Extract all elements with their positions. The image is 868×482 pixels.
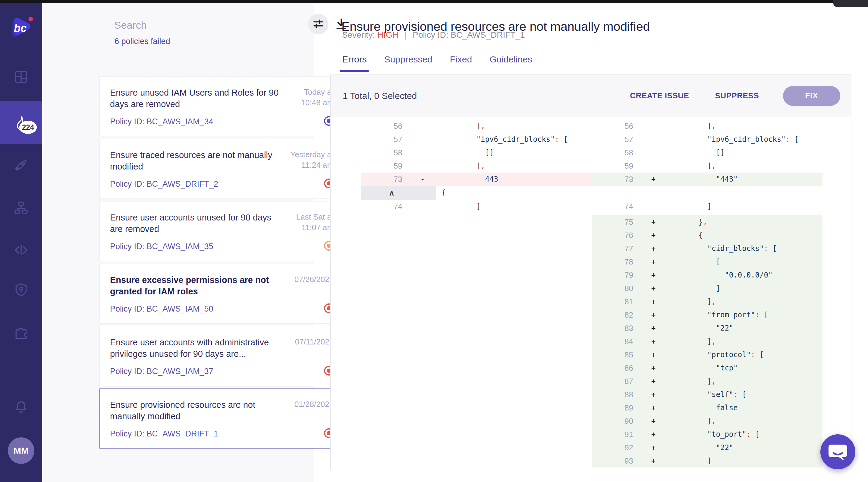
code-text: [] xyxy=(667,148,823,157)
code-text: ] xyxy=(667,457,823,465)
code-text: ], xyxy=(667,337,823,346)
policy-card[interactable]: Ensure user accounts with administrative… xyxy=(99,326,344,386)
policy-card-title: Ensure provisioned resources are not man… xyxy=(110,399,283,422)
diff-row: 73- 443 xyxy=(361,173,592,186)
diff-row: 79+ "0.0.0.0/0" xyxy=(592,268,823,282)
sidebar-item-resources[interactable] xyxy=(0,190,42,226)
code-diff-view: 56 ],57 "ipv6_cidr_blocks": [58 []59 ],7… xyxy=(331,117,851,467)
line-number: 59 xyxy=(361,161,409,171)
tab-errors[interactable]: Errors xyxy=(342,54,367,72)
expand-chevron-icon[interactable]: ∧ xyxy=(361,186,409,200)
sidebar: bc 224 xyxy=(0,3,42,482)
errors-toolbar: 1 Total, 0 Selected CREATE ISSUE SUPPRES… xyxy=(331,75,851,117)
tab-fixed[interactable]: Fixed xyxy=(450,54,472,72)
code-text: ], xyxy=(667,377,823,386)
line-number: 84 xyxy=(592,337,640,346)
policy-card-date-line: 11:24 am xyxy=(290,160,334,170)
errors-panel: 1 Total, 0 Selected CREATE ISSUE SUPPRES… xyxy=(330,75,851,470)
code-text: ], xyxy=(667,417,823,425)
diff-row: 57 "ipv6_cidr_blocks": [ xyxy=(361,133,592,146)
policy-card-date: 07/26/2021 xyxy=(294,274,334,285)
diff-row: 84+ ], xyxy=(592,335,823,348)
code-text: ] xyxy=(667,284,823,292)
top-chrome-bar xyxy=(0,0,868,3)
code-text: ], xyxy=(436,122,592,130)
code-text: { xyxy=(436,189,592,197)
policy-card[interactable]: Ensure unused IAM Users and Roles for 90… xyxy=(99,76,344,136)
sidebar-item-launch[interactable] xyxy=(0,147,42,183)
diff-sign: + xyxy=(640,231,667,239)
line-number: 56 xyxy=(361,121,409,131)
policy-card-date-line: 01/28/2021 xyxy=(294,399,334,409)
diff-row: 83+ "22" xyxy=(592,321,823,335)
line-number: 86 xyxy=(592,364,640,373)
diff-row: 89+ false xyxy=(592,401,823,415)
suppress-button[interactable]: SUPPRESS xyxy=(713,91,761,101)
app-logo[interactable]: bc xyxy=(8,15,34,41)
line-number: 85 xyxy=(592,350,640,360)
chat-launcher-button[interactable] xyxy=(820,434,855,469)
user-avatar[interactable]: MM xyxy=(8,437,34,464)
top-chrome-tab xyxy=(833,0,868,7)
chat-bubble-icon xyxy=(820,434,855,469)
policy-card-date-line: Today at xyxy=(301,87,334,97)
diff-row: 90+ ], xyxy=(592,415,823,428)
policy-card-date-line: 07/26/2021 xyxy=(294,274,334,285)
policy-card[interactable]: Ensure excessive permissions are not gra… xyxy=(99,264,344,324)
policy-card-meta: Today at10:48 am xyxy=(301,87,334,126)
policy-card[interactable]: Ensure user accounts unused for 90 days … xyxy=(99,201,344,261)
sidebar-item-code[interactable] xyxy=(0,232,42,268)
diff-expand-row[interactable]: ∧{ xyxy=(361,186,592,200)
policy-card-date-line: 11:07 am xyxy=(296,222,334,233)
policy-card[interactable]: Ensure provisioned resources are not man… xyxy=(99,389,344,449)
sitemap-icon xyxy=(14,201,28,215)
line-number: 73 xyxy=(361,175,409,184)
policies-list-panel: 6 policies failed Ensure unused IAM User… xyxy=(42,3,314,482)
line-number: 82 xyxy=(592,310,640,320)
code-text: ] xyxy=(667,202,823,210)
diff-sign: + xyxy=(640,403,667,412)
sidebar-item-integrations[interactable] xyxy=(0,314,42,349)
code-text: [] xyxy=(436,148,592,157)
sidebar-item-security[interactable] xyxy=(0,272,42,307)
diff-row: 85+ "protocol": [ xyxy=(592,348,823,361)
code-text: { xyxy=(667,231,823,239)
policy-card-list: Ensure unused IAM Users and Roles for 90… xyxy=(99,76,344,451)
create-issue-button[interactable]: CREATE ISSUE xyxy=(628,91,691,101)
search-input[interactable] xyxy=(114,16,244,34)
line-number: 58 xyxy=(361,148,409,158)
filter-button[interactable] xyxy=(308,14,329,34)
tab-suppressed[interactable]: Suppressed xyxy=(384,54,433,72)
svg-text:bc: bc xyxy=(14,22,27,34)
line-number: 87 xyxy=(592,377,640,386)
code-text: false xyxy=(667,403,823,412)
selection-summary: 1 Total, 0 Selected xyxy=(343,91,417,101)
policy-card-date-line: 10:48 am xyxy=(301,97,334,108)
policy-card-id: Policy ID: BC_AWS_IAM_37 xyxy=(110,367,283,376)
diff-row: 59 ], xyxy=(361,159,592,173)
code-text: ], xyxy=(667,297,823,306)
policy-card-title: Ensure user accounts unused for 90 days … xyxy=(110,212,283,235)
policy-card[interactable]: Ensure traced resources are not manually… xyxy=(99,139,344,199)
diff-row: 77+ "cidr_blocks": [ xyxy=(592,242,823,255)
line-number: 56 xyxy=(592,121,640,131)
line-number: 77 xyxy=(592,244,640,253)
diff-row: 58 [] xyxy=(592,146,823,159)
line-number: 75 xyxy=(592,218,640,227)
policy-card-title: Ensure excessive permissions are not gra… xyxy=(110,274,283,297)
diff-sign: - xyxy=(409,175,436,183)
diff-sign xyxy=(409,186,436,200)
diff-sign: + xyxy=(640,218,667,226)
code-text: "cidr_blocks": [ xyxy=(667,244,823,253)
sidebar-item-dashboard[interactable] xyxy=(0,59,42,95)
policy-card-date: 07/11/2021 xyxy=(295,337,334,347)
sidebar-item-incidents[interactable]: 224 xyxy=(0,101,42,144)
line-number: 89 xyxy=(592,403,640,413)
fix-button[interactable]: FIX xyxy=(783,86,840,106)
policy-card-meta: Yesterday at11:24 am xyxy=(290,149,334,188)
tab-guidelines[interactable]: Guidelines xyxy=(490,54,532,72)
sidebar-item-notifications[interactable] xyxy=(0,389,42,425)
policy-card-id: Policy ID: BC_AWS_IAM_35 xyxy=(110,242,283,251)
filter-sliders-icon xyxy=(312,18,324,30)
diff-sign: + xyxy=(640,457,667,465)
